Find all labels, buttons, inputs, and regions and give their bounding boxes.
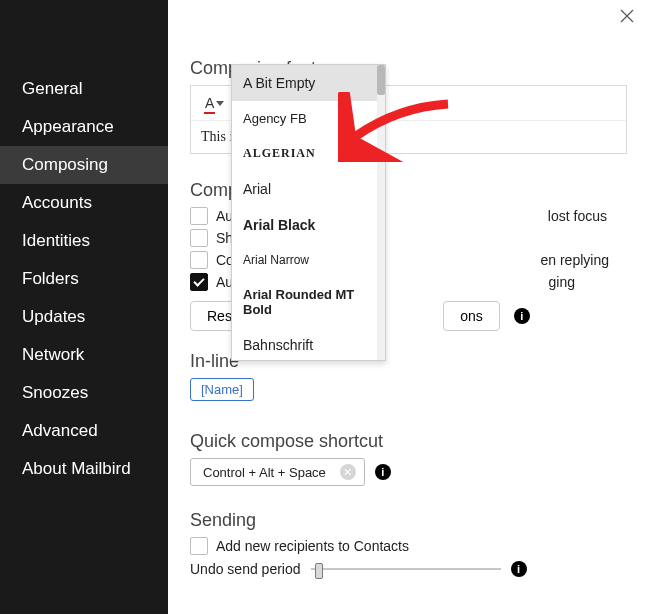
sidebar-item-updates[interactable]: Updates <box>0 298 168 336</box>
opt-add-contacts[interactable]: Add new recipients to Contacts <box>190 537 627 555</box>
checkbox-icon[interactable] <box>190 273 208 291</box>
checkbox-icon[interactable] <box>190 229 208 247</box>
sidebar-item-accounts[interactable]: Accounts <box>0 184 168 222</box>
scrollbar[interactable] <box>377 65 385 360</box>
font-option[interactable]: Arial Rounded MT Bold <box>232 277 385 327</box>
checkbox-icon[interactable] <box>190 251 208 269</box>
sidebar-item-appearance[interactable]: Appearance <box>0 108 168 146</box>
sidebar-item-composing[interactable]: Composing <box>0 146 168 184</box>
checkbox-icon[interactable] <box>190 537 208 555</box>
clear-icon[interactable]: ✕ <box>340 464 356 480</box>
sidebar-item-network[interactable]: Network <box>0 336 168 374</box>
shortcut-value: Control + Alt + Space <box>203 465 326 480</box>
settings-content: Composing font A A Bit Empt 10 This is <box>168 0 649 614</box>
info-icon[interactable]: i <box>514 308 530 324</box>
undo-send-slider[interactable] <box>311 561 501 577</box>
font-option[interactable]: Bahnschrift <box>232 327 385 360</box>
font-option[interactable]: ALGERIAN <box>232 136 385 171</box>
font-option[interactable]: Arial <box>232 171 385 207</box>
undo-send-label: Undo send period <box>190 561 301 577</box>
section-title-sending: Sending <box>190 510 627 531</box>
font-option[interactable]: Arial Narrow <box>232 243 385 277</box>
options-button[interactable]: ons <box>443 301 500 331</box>
sidebar-item-identities[interactable]: Identities <box>0 222 168 260</box>
inline-tag-name[interactable]: [Name] <box>190 378 254 401</box>
font-option[interactable]: Arial Black <box>232 207 385 243</box>
settings-sidebar: GeneralAppearanceComposingAccountsIdenti… <box>0 0 168 614</box>
shortcut-field[interactable]: Control + Alt + Space ✕ <box>190 458 365 486</box>
info-icon[interactable]: i <box>511 561 527 577</box>
checkbox-icon[interactable] <box>190 207 208 225</box>
font-option[interactable]: Agency FB <box>232 101 385 136</box>
chevron-down-icon <box>216 101 224 106</box>
font-option[interactable]: A Bit Empty <box>232 65 385 101</box>
info-icon[interactable]: i <box>375 464 391 480</box>
font-family-dropdown[interactable]: A Bit EmptyAgency FBALGERIANArialArial B… <box>231 64 386 361</box>
sidebar-item-advanced[interactable]: Advanced <box>0 412 168 450</box>
sidebar-item-folders[interactable]: Folders <box>0 260 168 298</box>
sidebar-item-snoozes[interactable]: Snoozes <box>0 374 168 412</box>
sidebar-item-about-mailbird[interactable]: About Mailbird <box>0 450 168 488</box>
sidebar-item-general[interactable]: General <box>0 70 168 108</box>
font-color-button[interactable]: A <box>197 91 232 115</box>
section-title-shortcut: Quick compose shortcut <box>190 431 627 452</box>
settings-window: GeneralAppearanceComposingAccountsIdenti… <box>0 0 649 614</box>
